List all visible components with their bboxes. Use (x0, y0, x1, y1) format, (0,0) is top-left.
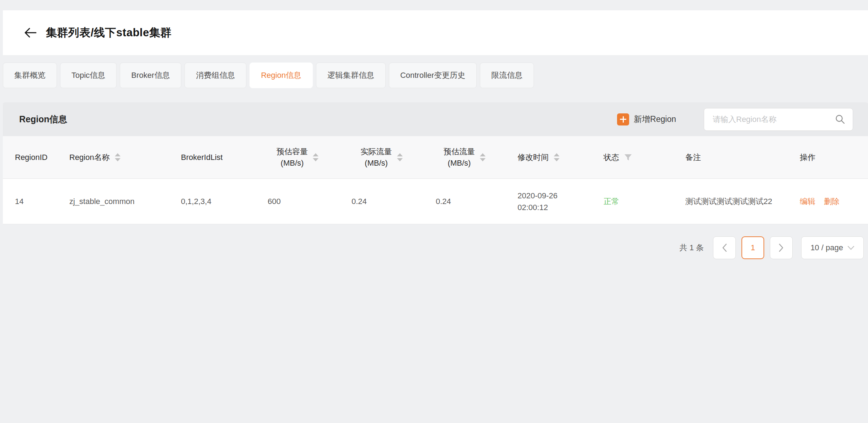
region-info-card: Region信息 新增Region RegionID Region名称 Brok… (3, 102, 868, 224)
col-header-actual-flow[interactable]: 实际流量(MB/s) (339, 136, 424, 178)
sort-icon[interactable] (554, 153, 559, 161)
tab-controller-history[interactable]: Controller变更历史 (389, 63, 477, 88)
tab-broker-info[interactable]: Broker信息 (120, 63, 181, 88)
cell-status: 正常 (591, 179, 673, 224)
col-header-remark: 备注 (673, 136, 788, 178)
tab-logical-cluster-info[interactable]: 逻辑集群信息 (316, 63, 386, 88)
card-header: Region信息 新增Region (3, 102, 868, 136)
page-size-label: 10 / page (810, 243, 843, 252)
cell-broker-id-list: 0,1,2,3,4 (169, 179, 256, 224)
back-arrow-icon[interactable] (22, 25, 38, 41)
tab-region-info[interactable]: Region信息 (250, 63, 313, 88)
chevron-down-icon (847, 246, 854, 250)
status-badge: 正常 (604, 196, 619, 207)
filter-icon[interactable] (624, 154, 632, 161)
plus-icon (617, 113, 629, 125)
cell-estimated-capacity: 600 (256, 179, 339, 224)
cell-region-id: 14 (3, 179, 57, 224)
tab-bar: 集群概览 Topic信息 Broker信息 消费组信息 Region信息 逻辑集… (3, 63, 868, 88)
section-title: Region信息 (19, 113, 67, 125)
sort-icon[interactable] (397, 153, 403, 161)
col-header-estimated-flow[interactable]: 预估流量(MB/s) (424, 136, 505, 178)
pagination: 共 1 条 1 10 / page (0, 236, 864, 259)
cell-actions: 编辑 删除 (788, 179, 868, 224)
col-header-estimated-capacity[interactable]: 预估容量(MB/s) (256, 136, 339, 178)
add-region-button[interactable]: 新增Region (617, 113, 676, 125)
col-header-region-name[interactable]: Region名称 (57, 136, 169, 178)
tab-consumer-group-info[interactable]: 消费组信息 (184, 63, 246, 88)
chevron-right-icon (778, 243, 784, 252)
cell-remark: 测试测试测试测试测试22 (673, 179, 788, 224)
cell-region-name: zj_stable_common (57, 179, 169, 224)
sort-icon[interactable] (313, 153, 318, 161)
cell-modified-time: 2020-09-2602:00:12 (505, 179, 591, 224)
pagination-total: 共 1 条 (680, 242, 704, 253)
add-region-label: 新增Region (634, 114, 676, 125)
col-header-status[interactable]: 状态 (591, 136, 673, 178)
col-header-broker-id-list: BrokerIdList (169, 136, 256, 178)
table-header-row: RegionID Region名称 BrokerIdList 预估容量(MB/s… (3, 136, 868, 179)
page-button-1[interactable]: 1 (741, 236, 764, 259)
search-icon[interactable] (835, 114, 846, 125)
chevron-left-icon (721, 243, 728, 252)
tab-topic-info[interactable]: Topic信息 (60, 63, 117, 88)
next-page-button[interactable] (770, 236, 793, 259)
sort-icon[interactable] (115, 153, 120, 161)
page-header: 集群列表/线下stable集群 (3, 10, 868, 55)
cell-estimated-flow: 0.24 (424, 179, 505, 224)
sort-icon[interactable] (480, 153, 486, 161)
prev-page-button[interactable] (713, 236, 736, 259)
region-search-box (704, 108, 853, 131)
col-header-modified-time[interactable]: 修改时间 (505, 136, 591, 178)
cell-actual-flow: 0.24 (339, 179, 424, 224)
tab-throttle-info[interactable]: 限流信息 (480, 63, 534, 88)
edit-link[interactable]: 编辑 (800, 196, 815, 207)
col-header-region-id: RegionID (3, 136, 57, 178)
delete-link[interactable]: 删除 (824, 196, 840, 207)
page-size-select[interactable]: 10 / page (801, 236, 864, 259)
page-title: 集群列表/线下stable集群 (46, 25, 172, 40)
region-search-input[interactable] (713, 115, 835, 124)
tab-cluster-overview[interactable]: 集群概览 (3, 63, 57, 88)
table-row: 14 zj_stable_common 0,1,2,3,4 600 0.24 0… (3, 179, 868, 224)
col-header-actions: 操作 (788, 136, 868, 178)
